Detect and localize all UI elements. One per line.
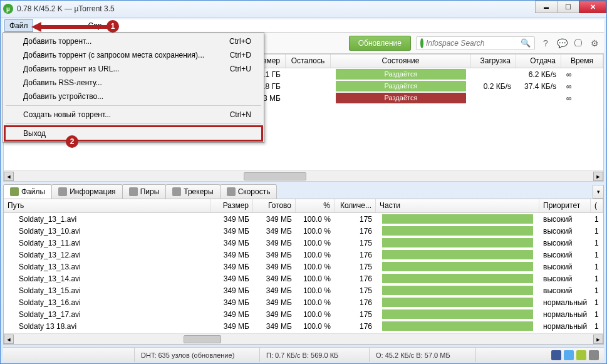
- tab-trackers[interactable]: Трекеры: [165, 184, 220, 199]
- fcol-path[interactable]: Путь: [4, 199, 210, 212]
- cell-path: Soldaty_13_15.avi: [4, 286, 210, 295]
- cell-size: 349 МБ: [210, 298, 253, 307]
- progress-bar: [382, 321, 533, 331]
- help-icon[interactable]: ?: [540, 38, 551, 49]
- file-row[interactable]: Soldaty_13_12.avi349 МБ349 МБ100.0 %176в…: [4, 249, 603, 261]
- cell-done: 349 МБ: [253, 322, 296, 331]
- col-upload[interactable]: Отдача: [516, 55, 561, 68]
- file-row[interactable]: Soldaty_13_15.avi349 МБ349 МБ100.0 %175в…: [4, 284, 603, 296]
- detail-tabs: Файлы Информация Пиры Трекеры Скорость ▾: [3, 184, 604, 199]
- cell-time: ∞: [561, 82, 603, 91]
- tab-info[interactable]: Информация: [51, 184, 122, 199]
- file-row[interactable]: Soldaty_13_11.avi349 МБ349 МБ100.0 %175в…: [4, 237, 603, 249]
- cell-path: Soldaty_13_12.avi: [4, 251, 210, 259]
- col-download[interactable]: Загрузка: [471, 55, 516, 68]
- cell-last: 1: [591, 263, 603, 271]
- cell-priority: нормальный: [539, 322, 591, 331]
- tab-speed[interactable]: Скорость: [220, 184, 278, 199]
- fcol-priority[interactable]: Приоритет: [539, 199, 591, 212]
- file-row[interactable]: Soldaty_13_10.avi349 МБ349 МБ100.0 %176в…: [4, 225, 603, 237]
- fcol-parts[interactable]: Части: [376, 199, 539, 212]
- fcol-last[interactable]: (: [591, 199, 603, 212]
- fcol-done[interactable]: Готово: [253, 199, 296, 212]
- cell-last: 1: [591, 298, 603, 307]
- speed-icon: [227, 187, 236, 196]
- tab-scroll-button[interactable]: ▾: [593, 185, 604, 199]
- cell-done: 349 МБ: [253, 215, 296, 224]
- progress-bar: [382, 274, 533, 283]
- cell-time: ∞: [561, 70, 603, 79]
- menu-create-torrent[interactable]: Создать новый торрент...Ctrl+N: [4, 108, 262, 122]
- cell-size: 349 МБ: [210, 251, 253, 259]
- scroll-left-icon[interactable]: ◄: [4, 335, 14, 344]
- file-row[interactable]: Soldaty_13_1.avi349 МБ349 МБ100.0 %175вы…: [4, 213, 603, 225]
- col-remaining[interactable]: Осталось: [286, 55, 331, 68]
- cell-priority: высокий: [539, 227, 591, 236]
- cell-priority: высокий: [539, 251, 591, 259]
- scroll-left-icon[interactable]: ◄: [4, 172, 14, 181]
- col-status[interactable]: Состояние: [331, 55, 471, 68]
- tab-files[interactable]: Файлы: [3, 184, 52, 199]
- search-box[interactable]: [416, 36, 535, 50]
- cell-pct: 100.0 %: [296, 263, 335, 271]
- tab-peers[interactable]: Пиры: [122, 184, 167, 199]
- cell-pieces: 175: [335, 239, 376, 247]
- cell-pct: 100.0 %: [296, 322, 335, 331]
- cell-status: Раздаётся: [331, 92, 471, 104]
- file-row[interactable]: Soldaty_13_13.avi349 МБ349 МБ100.0 %175в…: [4, 261, 603, 273]
- cell-priority: нормальный: [539, 310, 591, 319]
- menu-separator: [6, 123, 261, 124]
- scroll-right-icon[interactable]: ►: [593, 172, 603, 181]
- menu-add-device[interactable]: Добавить устройство...: [4, 90, 262, 103]
- cell-size: 349 МБ: [210, 310, 253, 319]
- search-input[interactable]: [426, 39, 521, 48]
- scroll-right-icon[interactable]: ►: [593, 335, 603, 344]
- scroll-thumb[interactable]: [244, 172, 306, 180]
- settings-icon[interactable]: ⚙: [589, 38, 600, 49]
- maximize-button[interactable]: [557, 1, 579, 13]
- scroll-thumb[interactable]: [184, 335, 221, 343]
- file-row[interactable]: Soldaty 13 18.avi349 МБ349 МБ100.0 %176н…: [4, 320, 603, 332]
- remote-icon[interactable]: 🖵: [573, 38, 584, 49]
- minimize-button[interactable]: [535, 1, 558, 13]
- menu-file[interactable]: Файл: [4, 19, 33, 33]
- menu-add-rss[interactable]: Добавить RSS-ленту...: [4, 76, 262, 90]
- col-time[interactable]: Время: [561, 55, 603, 68]
- facebook-icon[interactable]: [551, 350, 561, 360]
- cell-path: Soldaty_13_16.avi: [4, 298, 210, 307]
- fcol-pct[interactable]: %: [296, 199, 335, 212]
- cell-parts: [376, 238, 539, 247]
- fcol-pieces[interactable]: Количе...: [335, 199, 376, 212]
- status-down: П: 0.7 КБ/с В: 569.0 КБ: [260, 348, 370, 362]
- cell-status: Раздаётся: [331, 80, 471, 92]
- android-icon[interactable]: [576, 350, 586, 360]
- cell-size: 349 МБ: [210, 239, 253, 247]
- cell-size: 349 МБ: [210, 322, 253, 331]
- plus-icon[interactable]: [589, 350, 599, 360]
- twitter-icon[interactable]: [564, 350, 574, 360]
- cell-size: 349 МБ: [210, 215, 253, 224]
- menu-exit[interactable]: Выход: [4, 125, 263, 142]
- file-row[interactable]: Soldaty_13_16.avi349 МБ349 МБ100.0 %176н…: [4, 296, 603, 308]
- status-empty: [3, 348, 135, 362]
- cell-pieces: 176: [335, 251, 376, 259]
- search-icon[interactable]: [521, 38, 531, 48]
- file-row[interactable]: Soldaty_13_14.avi349 МБ349 МБ100.0 %176в…: [4, 273, 603, 284]
- menu-add-torrent-url[interactable]: Добавить торрент из URL...Ctrl+U: [4, 62, 262, 76]
- cell-priority: высокий: [539, 215, 591, 224]
- torrent-hscrollbar[interactable]: ◄ ►: [4, 170, 603, 181]
- cell-download: 0.2 КБ/s: [471, 82, 516, 91]
- files-hscrollbar[interactable]: ◄ ►: [4, 333, 603, 344]
- cell-done: 349 МБ: [253, 263, 296, 271]
- menu-add-torrent[interactable]: Добавить торрент...Ctrl+O: [4, 34, 262, 48]
- cell-pieces: 176: [335, 274, 376, 283]
- chat-icon[interactable]: 💬: [556, 38, 568, 49]
- close-button[interactable]: [579, 1, 606, 13]
- titlebar: µ 0.78 K/45.2 K — µTorrent 3.5: [1, 1, 606, 18]
- menu-add-torrent-ask[interactable]: Добавить торрент (с запросом места сохра…: [4, 48, 262, 62]
- file-row[interactable]: Soldaty_13_17.avi349 МБ349 МБ100.0 %175н…: [4, 308, 603, 320]
- cell-last: 1: [591, 251, 603, 259]
- update-button[interactable]: Обновление: [349, 36, 411, 51]
- annotation-badge-1: 1: [106, 20, 119, 33]
- fcol-size[interactable]: Размер: [210, 199, 253, 212]
